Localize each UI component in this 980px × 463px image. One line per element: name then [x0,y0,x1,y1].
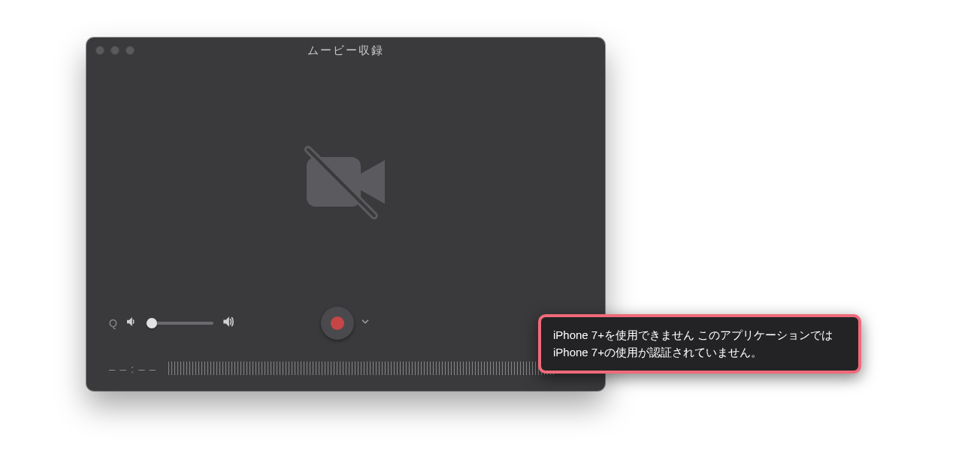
window-titlebar: ムービー収録 [86,38,605,63]
record-button[interactable] [321,307,354,340]
window-title: ムービー収録 [86,44,605,58]
movie-recording-window: ムービー収録 Q [86,38,605,391]
volume-high-icon [221,314,236,332]
footer-bar: – – : – – 0 K [86,346,605,391]
warning-tooltip: iPhone 7+を使用できません このアプリケーションではiPhone 7+の… [538,314,861,374]
camera-off-icon [293,141,398,223]
record-options-dropdown[interactable] [360,316,371,330]
minimize-window-button[interactable] [110,46,119,55]
zoom-window-button[interactable] [126,46,135,55]
video-preview-area [86,63,605,301]
elapsed-time-display: – – : – – [109,362,156,375]
volume-slider-thumb[interactable] [147,318,157,328]
volume-slider[interactable] [146,322,213,325]
close-window-button[interactable] [95,46,104,55]
volume-control [125,314,236,332]
record-indicator-icon [331,316,344,330]
leading-label: Q [109,317,117,329]
window-controls [95,38,135,63]
control-bar: Q [86,301,605,346]
warning-tooltip-text: iPhone 7+を使用できません このアプリケーションではiPhone 7+の… [553,328,833,359]
audio-level-meter [168,362,555,375]
volume-low-icon [125,315,138,331]
